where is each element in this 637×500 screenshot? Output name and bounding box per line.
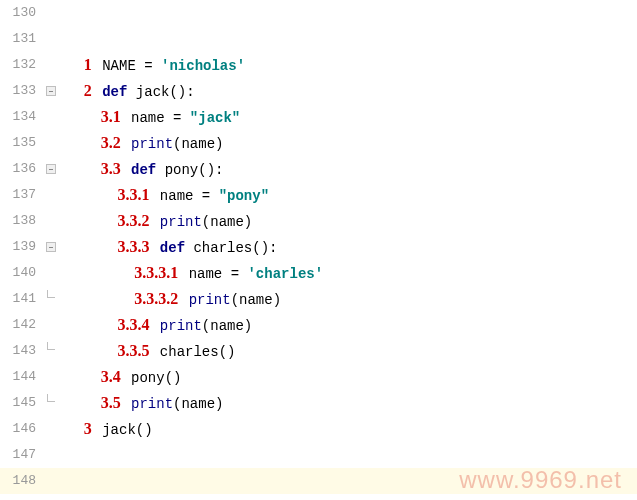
token-plain: () bbox=[165, 370, 182, 386]
token-fn: pony bbox=[131, 370, 165, 386]
fold-toggle-icon[interactable] bbox=[46, 86, 56, 96]
code-content[interactable] bbox=[61, 442, 637, 468]
code-content[interactable]: 3.3.2 print(name) bbox=[61, 208, 637, 235]
code-line[interactable]: 142 3.3.4 print(name) bbox=[0, 312, 637, 338]
token-id: name bbox=[189, 266, 231, 282]
fold-gutter bbox=[42, 394, 60, 412]
code-content[interactable] bbox=[61, 0, 637, 26]
line-number: 136 bbox=[0, 156, 42, 182]
fold-gutter bbox=[42, 290, 60, 308]
step-annotation: 3.3 bbox=[99, 160, 123, 177]
fold-end-icon bbox=[47, 342, 55, 350]
fold-end-icon bbox=[47, 290, 55, 298]
line-number: 140 bbox=[0, 260, 42, 286]
token-plain: = bbox=[173, 110, 190, 126]
code-content[interactable]: 2 def jack(): bbox=[61, 78, 637, 105]
code-line[interactable]: 144 3.4 pony() bbox=[0, 364, 637, 390]
token-str: "jack" bbox=[190, 110, 240, 126]
token-str: "pony" bbox=[219, 188, 269, 204]
line-number: 130 bbox=[0, 0, 42, 26]
line-number: 145 bbox=[0, 390, 42, 416]
code-content[interactable]: 3.3.3 def charles(): bbox=[61, 234, 637, 261]
token-builtin: print bbox=[131, 136, 173, 152]
fold-toggle-icon[interactable] bbox=[46, 164, 56, 174]
code-content[interactable]: 1 NAME = 'nicholas' bbox=[61, 52, 637, 79]
line-number: 148 bbox=[0, 468, 42, 494]
token-plain: (): bbox=[198, 162, 223, 178]
code-content[interactable]: 3.1 name = "jack" bbox=[61, 104, 637, 131]
token-fn: pony bbox=[165, 162, 199, 178]
code-line[interactable]: 138 3.3.2 print(name) bbox=[0, 208, 637, 234]
token-plain: (name) bbox=[173, 396, 223, 412]
code-content[interactable]: 3.3.3.2 print(name) bbox=[61, 286, 637, 313]
token-kw: def bbox=[160, 240, 194, 256]
code-line[interactable]: 131 bbox=[0, 26, 637, 52]
code-line[interactable]: 132 1 NAME = 'nicholas' bbox=[0, 52, 637, 78]
code-line[interactable]: 148 bbox=[0, 468, 637, 494]
step-annotation: 3 bbox=[82, 420, 94, 437]
line-number: 144 bbox=[0, 364, 42, 390]
code-content[interactable] bbox=[61, 468, 637, 494]
code-line[interactable]: 137 3.3.1 name = "pony" bbox=[0, 182, 637, 208]
token-plain: (name) bbox=[202, 318, 252, 334]
token-plain: () bbox=[219, 344, 236, 360]
code-content[interactable]: 3.2 print(name) bbox=[61, 130, 637, 157]
code-line[interactable]: 139 3.3.3 def charles(): bbox=[0, 234, 637, 260]
token-plain: = bbox=[202, 188, 219, 204]
code-line[interactable]: 140 3.3.3.1 name = 'charles' bbox=[0, 260, 637, 286]
token-builtin: print bbox=[131, 396, 173, 412]
step-annotation: 3.4 bbox=[99, 368, 123, 385]
line-number: 138 bbox=[0, 208, 42, 234]
line-number: 134 bbox=[0, 104, 42, 130]
code-line[interactable]: 133 2 def jack(): bbox=[0, 78, 637, 104]
fold-end-icon bbox=[47, 394, 55, 402]
token-plain: = bbox=[231, 266, 248, 282]
code-content[interactable] bbox=[61, 26, 637, 52]
code-line[interactable]: 141 3.3.3.2 print(name) bbox=[0, 286, 637, 312]
code-line[interactable]: 136 3.3 def pony(): bbox=[0, 156, 637, 182]
code-line[interactable]: 134 3.1 name = "jack" bbox=[0, 104, 637, 130]
token-plain: (name) bbox=[231, 292, 281, 308]
token-fn: jack bbox=[102, 422, 136, 438]
code-line[interactable]: 145 3.5 print(name) bbox=[0, 390, 637, 416]
code-content[interactable]: 3.3.3.1 name = 'charles' bbox=[61, 260, 637, 287]
code-content[interactable]: 3 jack() bbox=[61, 416, 637, 443]
token-plain: = bbox=[144, 58, 161, 74]
step-annotation: 3.3.3.1 bbox=[132, 264, 180, 281]
code-line[interactable]: 143 3.3.5 charles() bbox=[0, 338, 637, 364]
step-annotation: 3.5 bbox=[99, 394, 123, 411]
step-annotation: 3.3.3 bbox=[115, 238, 151, 255]
code-editor[interactable]: 130 131 132 1 NAME = 'nicholas'133 2 def… bbox=[0, 0, 637, 500]
token-fn: charles bbox=[160, 344, 219, 360]
fold-gutter bbox=[42, 342, 60, 360]
token-builtin: print bbox=[160, 318, 202, 334]
token-fn: jack bbox=[136, 84, 170, 100]
line-number: 142 bbox=[0, 312, 42, 338]
step-annotation: 1 bbox=[82, 56, 94, 73]
code-content[interactable]: 3.3.5 charles() bbox=[61, 338, 637, 365]
step-annotation: 3.3.2 bbox=[115, 212, 151, 229]
token-fn: charles bbox=[193, 240, 252, 256]
token-str: 'nicholas' bbox=[161, 58, 245, 74]
code-content[interactable]: 3.5 print(name) bbox=[61, 390, 637, 417]
line-number: 132 bbox=[0, 52, 42, 78]
code-content[interactable]: 3.3.4 print(name) bbox=[61, 312, 637, 339]
code-content[interactable]: 3.4 pony() bbox=[61, 364, 637, 391]
step-annotation: 3.3.4 bbox=[115, 316, 151, 333]
line-number: 135 bbox=[0, 130, 42, 156]
line-number: 131 bbox=[0, 26, 42, 52]
fold-toggle-icon[interactable] bbox=[46, 242, 56, 252]
code-line[interactable]: 135 3.2 print(name) bbox=[0, 130, 637, 156]
line-number: 141 bbox=[0, 286, 42, 312]
token-plain: (name) bbox=[173, 136, 223, 152]
step-annotation: 3.2 bbox=[99, 134, 123, 151]
code-line[interactable]: 130 bbox=[0, 0, 637, 26]
code-content[interactable]: 3.3.1 name = "pony" bbox=[61, 182, 637, 209]
code-line[interactable]: 146 3 jack() bbox=[0, 416, 637, 442]
token-str: 'charles' bbox=[247, 266, 323, 282]
line-number: 137 bbox=[0, 182, 42, 208]
code-content[interactable]: 3.3 def pony(): bbox=[61, 156, 637, 183]
token-plain: (): bbox=[169, 84, 194, 100]
code-line[interactable]: 147 bbox=[0, 442, 637, 468]
token-builtin: print bbox=[160, 214, 202, 230]
